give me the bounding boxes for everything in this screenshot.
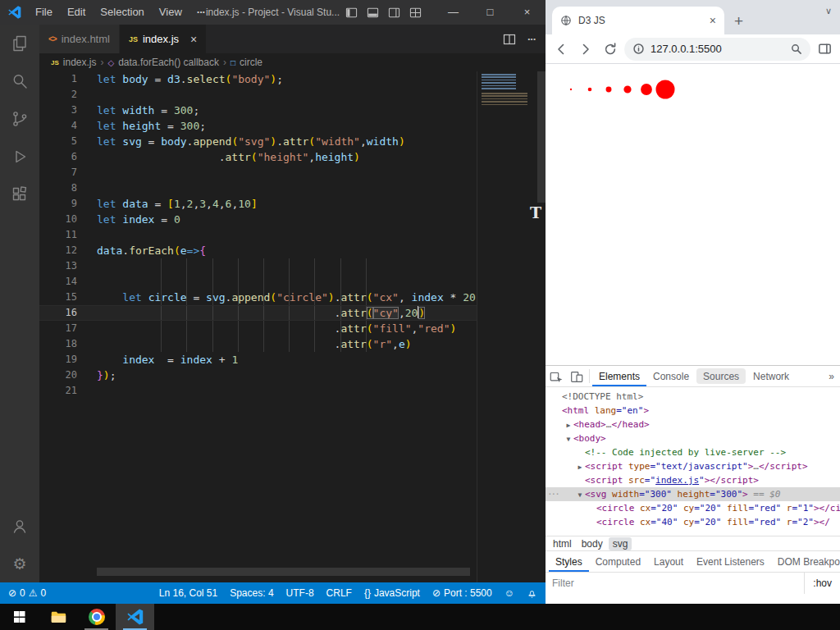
browser-tab-d3js[interactable]: D3 JS ×: [552, 7, 724, 34]
language-mode[interactable]: {} JavaScript: [364, 587, 420, 599]
dom-node[interactable]: ···▼<svg width="300" height="300"> == $0: [546, 487, 840, 501]
line-number[interactable]: 2: [39, 87, 77, 103]
pane-styles[interactable]: Styles: [549, 551, 589, 572]
tab-console[interactable]: Console: [646, 366, 696, 386]
explorer-icon[interactable]: [0, 25, 39, 62]
code-line-15[interactable]: 15 let circle = svg.append("circle").att…: [39, 290, 546, 305]
taskbar-vscode[interactable]: [116, 604, 154, 630]
line-number[interactable]: 11: [39, 227, 77, 243]
notifications-bell-icon[interactable]: [527, 588, 537, 599]
back-button[interactable]: [550, 39, 572, 60]
code-line-13[interactable]: 13: [39, 258, 546, 274]
dom-node[interactable]: <!-- Code injected by live-server -->: [546, 445, 840, 459]
settings-gear-icon[interactable]: ⚙: [0, 545, 39, 582]
code-line-7[interactable]: 7: [39, 165, 546, 180]
pane-layout[interactable]: Layout: [647, 551, 690, 572]
line-number[interactable]: 14: [39, 274, 77, 290]
live-server-port[interactable]: ⊘ Port : 5500: [432, 587, 492, 599]
code-line-10[interactable]: 10let index = 0: [39, 212, 546, 227]
code-line-14[interactable]: 14: [39, 274, 546, 290]
line-number[interactable]: 7: [39, 165, 77, 180]
dom-node[interactable]: <html lang="en">: [546, 404, 840, 418]
code-line-9[interactable]: 9let data = [1,2,3,4,6,10]: [39, 196, 546, 212]
line-number[interactable]: 10: [39, 212, 77, 227]
expand-arrow-icon[interactable]: ▶: [564, 418, 573, 431]
code-line-12[interactable]: 12data.forEach(e=>{: [39, 243, 546, 258]
code-line-6[interactable]: 6 .attr("height",height): [39, 149, 546, 165]
collapse-arrow-icon[interactable]: ▼: [564, 432, 573, 445]
site-info-icon[interactable]: [632, 43, 645, 55]
horizontal-scrollbar[interactable]: [97, 568, 470, 576]
filter-input[interactable]: [546, 578, 804, 589]
menu-edit[interactable]: Edit: [60, 0, 93, 25]
inspect-element-icon[interactable]: [546, 366, 566, 386]
tab-index-html[interactable]: <> index.html: [39, 25, 120, 53]
line-number[interactable]: 13: [39, 258, 77, 274]
eol-sequence[interactable]: CRLF: [326, 587, 352, 599]
tab-index-js[interactable]: JS index.js ×: [120, 25, 207, 53]
code-line-2[interactable]: 2: [39, 87, 546, 103]
code-line-3[interactable]: 3let width = 300;: [39, 103, 546, 118]
menu-file[interactable]: File: [28, 0, 60, 25]
zoom-icon[interactable]: [790, 43, 802, 55]
toggle-secondary-sidebar-icon[interactable]: [388, 7, 400, 19]
toggle-element-state-button[interactable]: :hov: [804, 573, 840, 594]
code-line-4[interactable]: 4let height = 300;: [39, 118, 546, 134]
code-line-8[interactable]: 8: [39, 180, 546, 196]
dom-node[interactable]: <circle cx="20" cy="20" fill="red" r="1"…: [546, 501, 840, 515]
close-tab-icon[interactable]: ×: [190, 33, 197, 46]
tab-elements[interactable]: Elements: [592, 366, 646, 386]
code-line-19[interactable]: 19 index = index + 1: [39, 352, 546, 368]
code-line-17[interactable]: 17 .attr("fill","red"): [39, 321, 546, 336]
line-number[interactable]: 1: [39, 71, 77, 87]
line-number[interactable]: 9: [39, 196, 77, 212]
customize-layout-icon[interactable]: [409, 7, 422, 19]
feedback-icon[interactable]: ☺: [504, 587, 514, 599]
line-number[interactable]: 18: [39, 336, 77, 352]
menu-selection[interactable]: Selection: [93, 0, 151, 25]
start-button[interactable]: [0, 604, 39, 630]
code-line-20[interactable]: 20});: [39, 368, 546, 383]
collapse-arrow-icon[interactable]: ▼: [575, 488, 585, 501]
address-bar[interactable]: 127.0.0.1:5500: [624, 38, 810, 61]
code-line-18[interactable]: 18 .attr("r",e): [39, 336, 546, 352]
crumb-body[interactable]: body: [578, 537, 607, 550]
dom-node[interactable]: <!DOCTYPE html>: [546, 390, 840, 404]
source-control-icon[interactable]: [0, 100, 39, 138]
minimize-button[interactable]: —: [435, 0, 472, 25]
minimap[interactable]: [477, 71, 546, 582]
split-editor-icon[interactable]: [503, 33, 516, 46]
side-panel-icon[interactable]: [814, 39, 835, 60]
close-tab-icon[interactable]: ×: [710, 14, 716, 27]
line-number[interactable]: 6: [39, 149, 77, 165]
taskbar-chrome[interactable]: [77, 604, 116, 630]
encoding[interactable]: UTF-8: [286, 587, 314, 599]
new-tab-button[interactable]: +: [734, 13, 743, 29]
line-number[interactable]: 5: [39, 134, 77, 149]
problems-indicator[interactable]: ⊘ 0 ⚠ 0: [8, 587, 46, 599]
expand-arrow-icon[interactable]: ▶: [575, 460, 585, 473]
toggle-panel-icon[interactable]: [367, 7, 379, 19]
pane-dom-breakpoints[interactable]: DOM Breakpo: [771, 551, 840, 572]
forward-button[interactable]: [575, 39, 596, 60]
maximize-button[interactable]: □: [472, 0, 509, 25]
code-line-1[interactable]: 1let body = d3.select("body");: [39, 71, 546, 87]
menu-view[interactable]: View: [152, 0, 189, 25]
pane-computed[interactable]: Computed: [589, 551, 647, 572]
breadcrumb-symbol[interactable]: circle: [240, 57, 262, 68]
code-line-21[interactable]: 21: [39, 383, 546, 399]
tab-sources[interactable]: Sources: [696, 368, 746, 384]
dom-node[interactable]: <script src="index.js"></script>: [546, 473, 840, 487]
code-line-16[interactable]: 16 .attr("cy",20): [39, 305, 546, 321]
line-number[interactable]: 19: [39, 352, 77, 368]
pane-event-listeners[interactable]: Event Listeners: [690, 551, 771, 572]
more-panels-icon[interactable]: »: [823, 366, 840, 386]
extensions-icon[interactable]: [0, 176, 39, 213]
reload-button[interactable]: [600, 39, 621, 60]
cursor-position[interactable]: Ln 16, Col 51: [159, 587, 217, 599]
dom-node[interactable]: ▶<script type="text/javascript">…</scrip…: [546, 459, 840, 473]
tab-network[interactable]: Network: [746, 366, 796, 386]
line-number[interactable]: 16: [39, 305, 77, 321]
line-number[interactable]: 15: [39, 290, 77, 305]
line-number[interactable]: 12: [39, 243, 77, 258]
